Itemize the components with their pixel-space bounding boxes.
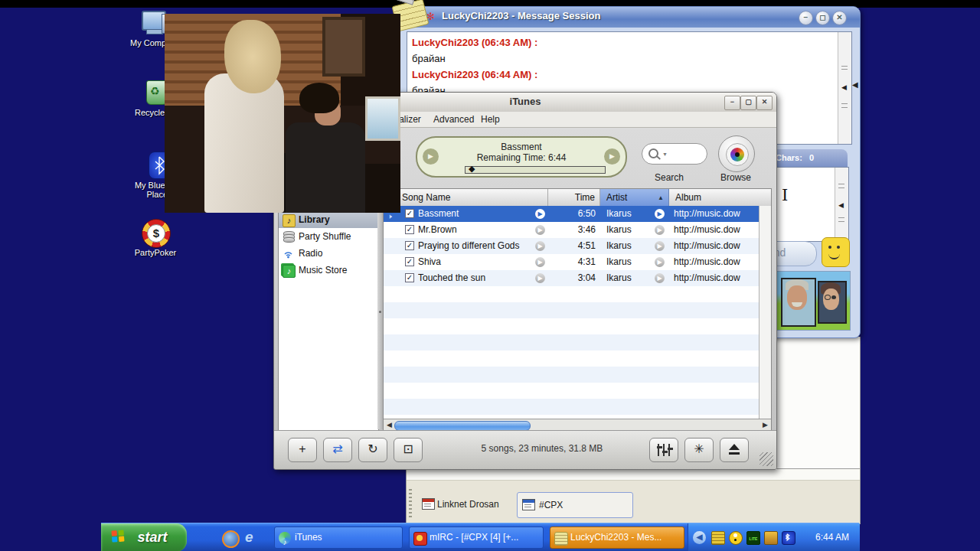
track-progress-bar[interactable]: ◆ [465, 166, 606, 174]
song-checkbox[interactable]: ✓ [405, 273, 414, 282]
song-checkbox[interactable]: ✓ [405, 241, 414, 250]
menu-advanced[interactable]: Advanced [433, 114, 474, 125]
eject-button[interactable] [720, 438, 749, 462]
menu-help[interactable]: Help [481, 114, 500, 125]
goto-arrow-icon[interactable]: ▶ [655, 273, 665, 283]
song-row[interactable]: ✓ Mr.Brown ▶ 3:46 Ikarus ▶ http://music.… [384, 222, 759, 238]
message-window-titlebar[interactable]: ✻ LuckyChi2203 - Message Session − ◻ ✕ [399, 7, 860, 28]
goto-arrow-icon[interactable]: ▶ [535, 257, 545, 267]
song-row[interactable]: ✓ Praying to different Gods ▶ 4:51 Ikaru… [384, 238, 759, 254]
chat-message-text: брайан [412, 51, 825, 67]
maximize-button[interactable]: ◻ [815, 11, 830, 25]
lite-tray-icon[interactable]: LITE [746, 531, 760, 545]
song-row[interactable]: ✓ Shiva ▶ 4:31 Ikarus ▶ http://music.dow [384, 254, 759, 270]
library-icon: ♪ [283, 214, 296, 227]
add-playlist-button[interactable]: + [288, 438, 317, 462]
itunes-title: iTunes [510, 96, 541, 107]
partypoker-icon: $ [140, 219, 171, 246]
message-window-title: LuckyChi2203 - Message Session [442, 10, 600, 21]
input-scrollbar[interactable]: ◀ [835, 168, 848, 241]
song-checkbox[interactable]: ✓ [405, 257, 414, 266]
repeat-button[interactable]: ↻ [358, 438, 387, 462]
sidebar-item-music-store[interactable]: ♪ Music Store [279, 262, 378, 279]
taskbar-item-itunes[interactable]: iTunes [274, 527, 403, 549]
memo-icon [554, 532, 568, 546]
lcd-prev-button[interactable]: ▶ [423, 148, 439, 165]
visualizer-button[interactable]: ✳ [684, 438, 714, 462]
panel-collapse-icon[interactable]: ◀ [852, 80, 858, 89]
column-album[interactable]: Album [669, 189, 771, 206]
toolbar-drag-handle[interactable] [409, 489, 412, 520]
chat-sender-timestamp: LuckyChi2203 (06:44 AM) : [412, 67, 825, 83]
bluetooth-tray-icon[interactable] [782, 531, 795, 545]
close-button[interactable]: ✕ [756, 96, 773, 110]
goto-arrow-icon[interactable]: ▶ [535, 225, 545, 235]
tray-chevron-icon[interactable]: ◀ [693, 531, 706, 544]
song-row-selected[interactable]: 🕨 ✓ Bassment ▶ 6:50 Ikarus ▶ http://musi… [384, 206, 759, 222]
progress-thumb[interactable]: ◆ [469, 164, 475, 174]
column-artist-sorted[interactable]: Artist ▲ [600, 189, 669, 206]
remaining-time: Remaining Time: 6:44 [417, 152, 626, 163]
minimize-button[interactable]: − [799, 11, 813, 25]
music-store-icon: ♪ [283, 265, 296, 278]
collapse-arrow-icon[interactable]: ◀ [841, 83, 847, 91]
minimize-button[interactable]: − [724, 96, 740, 110]
equalizer-button[interactable] [649, 438, 678, 462]
song-checkbox[interactable]: ✓ [405, 225, 414, 234]
sidebar-splitter[interactable] [377, 188, 383, 429]
internet-explorer-quicklaunch-icon[interactable]: e [245, 529, 262, 546]
browse-button[interactable] [718, 135, 755, 172]
sidebar-item-radio[interactable]: Radio [279, 246, 378, 262]
scroll-left-icon[interactable]: ◀ [387, 421, 392, 429]
column-time[interactable]: Time [548, 189, 600, 206]
emoticon-button[interactable] [822, 237, 850, 267]
id-card-tray-icon[interactable] [711, 531, 725, 545]
goto-arrow-icon[interactable]: ▶ [655, 225, 665, 235]
song-checkbox[interactable]: ✓ [405, 209, 414, 218]
chevron-down-icon[interactable]: ▼ [662, 152, 668, 157]
search-input[interactable]: ▼ [642, 143, 707, 165]
song-row[interactable]: ✓ Touched the sun ▶ 3:04 Ikarus ▶ http:/… [384, 270, 759, 286]
sidebar-item-party-shuffle[interactable]: Party Shuffle [279, 229, 378, 245]
firefox-quicklaunch-icon[interactable] [222, 530, 240, 548]
chars-count-value: 0 [809, 153, 814, 162]
mirc-status-button[interactable]: Linknet Drosan [417, 492, 499, 517]
chat-scrollbar[interactable]: ◀ [838, 32, 851, 144]
column-song-name[interactable]: Song Name [384, 189, 548, 206]
mirc-channel-button[interactable]: #CPX [517, 492, 633, 518]
loader-tray-icon[interactable] [764, 531, 778, 545]
shuffle-button[interactable]: ⇄ [323, 438, 352, 462]
aim-tray-icon[interactable] [729, 531, 743, 545]
song-list: Song Name Time Artist ▲ Album 🕨 ✓ Bassme… [383, 188, 772, 432]
maximize-button[interactable]: ▢ [740, 96, 756, 110]
person-sitting [286, 122, 365, 213]
desktop-icon-partypoker[interactable]: $ PartyPoker [129, 219, 182, 257]
close-button[interactable]: ✕ [832, 11, 847, 25]
windows-logo-icon [111, 530, 125, 543]
goto-arrow-icon[interactable]: ▶ [535, 209, 545, 219]
goto-arrow-icon[interactable]: ▶ [655, 257, 665, 267]
chars-counter: Chars: 0 [766, 149, 848, 167]
mirc-window-edge [776, 337, 861, 475]
taskbar-item-message-session[interactable]: LuckyChi2203 - Mes... [550, 527, 684, 549]
collapse-arrow-icon[interactable]: ◀ [838, 201, 844, 209]
chat-sender-timestamp: LuckyChi2203 (06:43 AM) : [412, 34, 825, 51]
itunes-icon [279, 532, 291, 544]
goto-arrow-icon[interactable]: ▶ [535, 241, 545, 251]
vertical-scrollbar[interactable] [759, 206, 771, 419]
goto-arrow-icon[interactable]: ▶ [655, 209, 665, 219]
sidebar-item-library[interactable]: ♪ Library [279, 212, 378, 228]
browse-label: Browse [720, 172, 751, 183]
picture-frame [322, 17, 365, 77]
start-button[interactable]: start [101, 523, 187, 551]
taskbar-item-mirc[interactable]: mIRC - [#CPX [4] [+... [409, 527, 544, 549]
show-artwork-button[interactable]: ⊡ [394, 438, 423, 462]
lcd-next-button[interactable]: ▶ [604, 148, 620, 165]
goto-arrow-icon[interactable]: ▶ [535, 273, 545, 283]
search-label: Search [655, 172, 684, 183]
library-status: 5 songs, 23 minutes, 31.8 MB [427, 443, 657, 454]
scroll-right-icon[interactable]: ▶ [763, 421, 768, 429]
goto-arrow-icon[interactable]: ▶ [655, 241, 665, 251]
resize-grip[interactable] [760, 452, 773, 466]
party-shuffle-icon [283, 231, 294, 243]
